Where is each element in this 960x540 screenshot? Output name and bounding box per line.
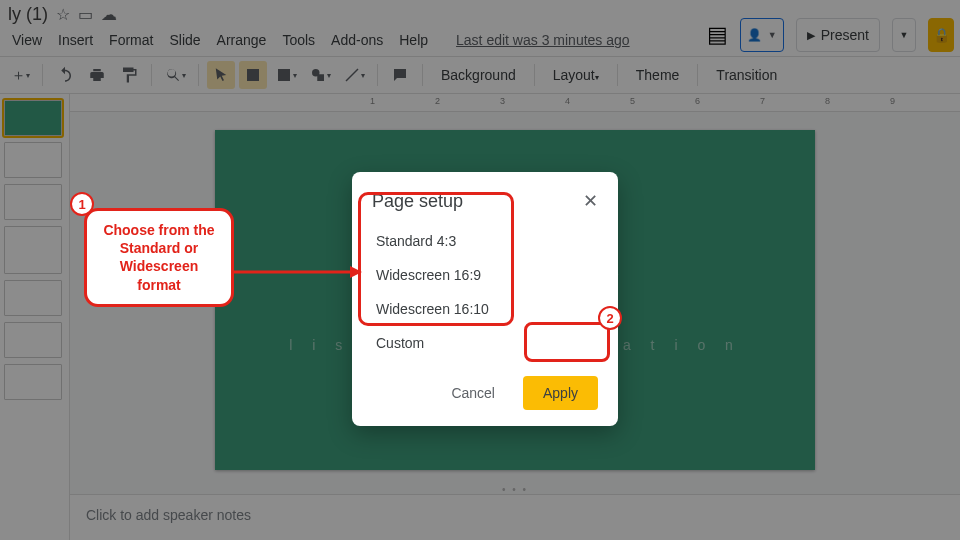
layout-button[interactable]: Layout▾	[543, 67, 609, 83]
title-bar-right: ▤ 👤 ▼ ▶ Present ▼ 🔒	[707, 18, 954, 52]
option-widescreen-169[interactable]: Widescreen 16:9	[352, 258, 618, 292]
menu-format[interactable]: Format	[109, 32, 153, 48]
menu-tools[interactable]: Tools	[282, 32, 315, 48]
slide-thumb[interactable]	[4, 142, 62, 178]
shape-tool[interactable]: ▾	[305, 61, 335, 89]
present-dropdown[interactable]: ▼	[892, 18, 916, 52]
menu-arrange[interactable]: Arrange	[217, 32, 267, 48]
star-icon[interactable]: ☆	[56, 5, 70, 24]
slide-thumb[interactable]	[4, 100, 62, 136]
present-label: Present	[821, 27, 869, 43]
caret-down-icon: ▼	[768, 30, 777, 40]
doc-title[interactable]: ly (1)	[8, 4, 48, 25]
speaker-notes[interactable]: Click to add speaker notes	[70, 494, 960, 540]
menu-help[interactable]: Help	[399, 32, 428, 48]
comment-tool[interactable]	[386, 61, 414, 89]
svg-rect-1	[317, 74, 324, 81]
slide-thumb[interactable]	[4, 280, 62, 316]
person-icon: 👤	[747, 28, 762, 42]
move-icon[interactable]: ▭	[78, 5, 93, 24]
textbox-tool[interactable]	[239, 61, 267, 89]
background-button[interactable]: Background	[431, 67, 526, 83]
option-standard[interactable]: Standard 4:3	[352, 224, 618, 258]
paint-format-button[interactable]	[115, 61, 143, 89]
lock-icon: 🔒	[933, 27, 950, 43]
page-setup-options: Standard 4:3 Widescreen 16:9 Widescreen …	[352, 222, 618, 362]
comments-icon[interactable]: ▤	[707, 22, 728, 48]
menu-insert[interactable]: Insert	[58, 32, 93, 48]
option-widescreen-1610[interactable]: Widescreen 16:10	[352, 292, 618, 326]
notes-resize-handle[interactable]: • • •	[70, 484, 960, 494]
annotation-badge-1: 1	[70, 192, 94, 216]
annotation-callout: Choose from the Standard or Widescreen f…	[84, 208, 234, 307]
menu-view[interactable]: View	[12, 32, 42, 48]
image-tool[interactable]: ▾	[271, 61, 301, 89]
new-slide-button[interactable]: ＋▾	[6, 61, 34, 89]
zoom-button[interactable]: ▾	[160, 61, 190, 89]
slide-thumb[interactable]	[4, 364, 62, 400]
menu-slide[interactable]: Slide	[169, 32, 200, 48]
menu-addons[interactable]: Add-ons	[331, 32, 383, 48]
caret-down-icon: ▼	[900, 30, 909, 40]
line-tool[interactable]: ▾	[339, 61, 369, 89]
dialog-title: Page setup	[372, 191, 463, 212]
undo-button[interactable]	[51, 61, 79, 89]
present-button[interactable]: ▶ Present	[796, 18, 880, 52]
select-tool[interactable]	[207, 61, 235, 89]
annotation-arrow	[234, 262, 364, 282]
share-dropdown[interactable]: 👤 ▼	[740, 18, 784, 52]
apply-button[interactable]: Apply	[523, 376, 598, 410]
option-custom[interactable]: Custom	[352, 326, 618, 360]
print-button[interactable]	[83, 61, 111, 89]
last-edit-link[interactable]: Last edit was 3 minutes ago	[456, 32, 630, 48]
transition-button[interactable]: Transition	[706, 67, 787, 83]
theme-button[interactable]: Theme	[626, 67, 690, 83]
svg-marker-3	[350, 266, 362, 278]
slide-thumb[interactable]	[4, 226, 62, 274]
toolbar: ＋▾ ▾ ▾ ▾ ▾ Background Layout▾ Theme Tran…	[0, 56, 960, 94]
close-icon[interactable]: ✕	[583, 190, 598, 212]
thumbnail-rail[interactable]	[0, 94, 70, 540]
cloud-icon[interactable]: ☁	[101, 5, 117, 24]
slide-thumb[interactable]	[4, 322, 62, 358]
horizontal-ruler: 1 2 3 4 5 6 7 8 9	[70, 94, 960, 112]
annotation-badge-2: 2	[598, 306, 622, 330]
lock-button[interactable]: 🔒	[928, 18, 954, 52]
play-icon: ▶	[807, 29, 815, 42]
slide-thumb[interactable]	[4, 184, 62, 220]
page-setup-dialog: Page setup ✕ Standard 4:3 Widescreen 16:…	[352, 172, 618, 426]
cancel-button[interactable]: Cancel	[431, 376, 515, 410]
